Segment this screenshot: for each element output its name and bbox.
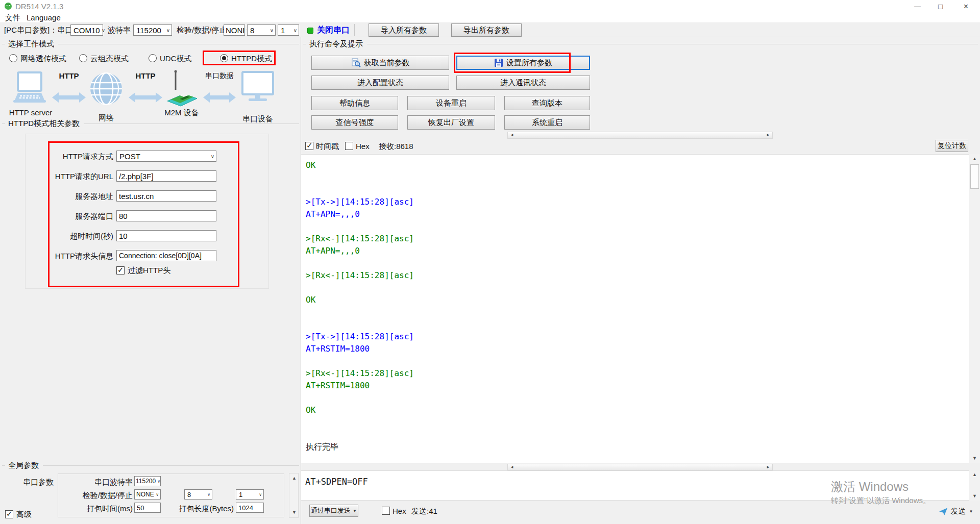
scroll-up-icon[interactable]: ▲ bbox=[972, 472, 977, 477]
help-button[interactable]: 帮助信息 bbox=[311, 96, 398, 110]
commands-section-header: 执行命令及提示 bbox=[303, 39, 978, 49]
log-output[interactable]: OK>[Tx->][14:15:28][asc]AT+APN=,,,0>[Rx<… bbox=[301, 154, 969, 463]
hex-send-label[interactable]: Hex bbox=[393, 507, 406, 515]
export-params-label: 导出所有参数 bbox=[463, 26, 509, 35]
send-button[interactable]: 发送 ▼ bbox=[933, 504, 979, 518]
http-url-label: HTTP请求的URL bbox=[37, 172, 113, 182]
server-address-field[interactable] bbox=[116, 190, 216, 202]
close-button[interactable]: × bbox=[952, 0, 980, 13]
chevron-down-icon: ∨ bbox=[156, 479, 160, 484]
get-params-button[interactable]: 获取当前参数 bbox=[311, 56, 449, 70]
httpd-section-title: HTTPD模式相关参数 bbox=[8, 119, 80, 129]
radio-mode-httpd[interactable] bbox=[220, 54, 228, 62]
send-area-scrollbar[interactable]: ▲ ▼ bbox=[969, 470, 980, 501]
scroll-left-icon[interactable]: ◄ bbox=[510, 465, 514, 469]
enter-comm-button[interactable]: 进入通讯状态 bbox=[456, 76, 590, 90]
pack-time-field[interactable] bbox=[134, 503, 161, 513]
radio-mode-httpd-label[interactable]: HTTPD模式 bbox=[231, 54, 272, 64]
http-method-combobox[interactable]: POST ∨ bbox=[116, 151, 216, 162]
scroll-up-icon[interactable]: ▲ bbox=[292, 476, 297, 481]
log-horizontal-scrollbar-top[interactable]: ◄ ► bbox=[507, 132, 773, 139]
log-vertical-scrollbar[interactable]: ▲ ▼ bbox=[969, 154, 980, 463]
chevron-down-icon: ∨ bbox=[209, 154, 214, 159]
radio-mode-udc-label[interactable]: UDC模式 bbox=[160, 54, 192, 64]
dropdown-arrow-icon: ▼ bbox=[353, 509, 357, 513]
timeout-field[interactable] bbox=[116, 230, 216, 241]
filter-http-header-label[interactable]: 过滤HTTP头 bbox=[128, 266, 170, 276]
query-signal-button[interactable]: 查信号强度 bbox=[311, 115, 398, 130]
enter-config-button[interactable]: 进入配置状态 bbox=[311, 76, 449, 90]
serial-baud-combobox[interactable]: 115200 ∨ bbox=[134, 476, 161, 486]
maximize-button[interactable]: □ bbox=[929, 0, 952, 13]
chevron-down-icon: ∨ bbox=[257, 492, 262, 497]
filter-http-header-checkbox[interactable] bbox=[116, 266, 125, 275]
serial-stopbits-combobox[interactable]: 1 ∨ bbox=[236, 489, 264, 500]
databits-value: 8 bbox=[250, 26, 254, 35]
export-params-button[interactable]: 导出所有参数 bbox=[451, 23, 522, 37]
hex-display-label[interactable]: Hex bbox=[356, 142, 370, 151]
chevron-down-icon: ∨ bbox=[154, 492, 159, 497]
parity-value: NONI bbox=[226, 26, 245, 35]
baud-combobox[interactable]: 115200 ∨ bbox=[133, 24, 172, 36]
advanced-checkbox[interactable] bbox=[5, 510, 13, 518]
reboot-device-button[interactable]: 设备重启 bbox=[407, 96, 495, 110]
parity-combobox[interactable]: NONI ∨ bbox=[224, 24, 245, 36]
search-doc-icon bbox=[351, 58, 361, 68]
scroll-right-icon[interactable]: ► bbox=[766, 133, 770, 137]
scroll-right-icon[interactable]: ► bbox=[766, 465, 770, 469]
scroll-down-icon[interactable]: ▼ bbox=[972, 456, 977, 461]
chevron-down-icon: ∨ bbox=[292, 28, 297, 33]
global-params-scrollbar[interactable]: ▲ ▼ bbox=[289, 473, 299, 518]
close-port-button[interactable]: 关闭串口 bbox=[307, 25, 350, 36]
scroll-down-icon[interactable]: ▼ bbox=[292, 510, 297, 515]
http-header-field[interactable] bbox=[116, 250, 216, 261]
scroll-down-icon[interactable]: ▼ bbox=[972, 494, 977, 498]
radio-mode-transparent-label[interactable]: 网络透传模式 bbox=[20, 54, 66, 64]
set-params-button[interactable]: 设置所有参数 bbox=[456, 56, 590, 70]
set-params-label: 设置所有参数 bbox=[506, 58, 552, 68]
log-line bbox=[306, 319, 969, 332]
log-horizontal-scrollbar-bottom[interactable]: ◄ ► bbox=[507, 464, 773, 470]
factory-reset-button[interactable]: 恢复出厂设置 bbox=[407, 115, 495, 130]
scrollbar-thumb[interactable] bbox=[970, 164, 979, 189]
log-line bbox=[306, 221, 969, 234]
import-params-button[interactable]: 导入所有参数 bbox=[369, 23, 439, 37]
serial-parity-label: 检验/数据/停止 bbox=[69, 491, 133, 501]
reset-count-button[interactable]: 复位计数 bbox=[936, 140, 968, 152]
timestamp-label[interactable]: 时间戳 bbox=[316, 142, 339, 152]
databits-combobox[interactable]: 8 ∨ bbox=[247, 24, 276, 36]
diagram-m2m-label: M2M 设备 bbox=[156, 108, 207, 118]
log-line: >[Tx->][14:15:28][asc] bbox=[306, 197, 969, 209]
double-arrow-icon bbox=[129, 92, 162, 105]
advanced-label[interactable]: 高级 bbox=[16, 510, 32, 519]
timestamp-checkbox[interactable] bbox=[305, 142, 313, 150]
server-port-field[interactable] bbox=[116, 210, 216, 221]
minimize-button[interactable]: — bbox=[906, 0, 929, 13]
diagram-serial-data-label: 串口数据 bbox=[199, 71, 240, 81]
enter-config-label: 进入配置状态 bbox=[357, 78, 403, 88]
menu-file[interactable]: 文件 bbox=[5, 13, 20, 23]
scroll-up-icon[interactable]: ▲ bbox=[972, 157, 977, 161]
hex-send-checkbox[interactable] bbox=[382, 507, 390, 515]
radio-mode-udc[interactable] bbox=[149, 54, 157, 62]
reset-count-label: 复位计数 bbox=[938, 141, 966, 151]
import-params-label: 导入所有参数 bbox=[381, 26, 427, 35]
query-version-button[interactable]: 查询版本 bbox=[504, 96, 590, 110]
stopbits-combobox[interactable]: 1 ∨ bbox=[278, 24, 299, 36]
http-url-field[interactable] bbox=[116, 170, 216, 182]
pack-len-field[interactable] bbox=[236, 503, 264, 513]
diagram-http-label-1: HTTP bbox=[52, 71, 86, 80]
system-reboot-button[interactable]: 系统重启 bbox=[504, 115, 590, 130]
serial-databits-combobox[interactable]: 8 ∨ bbox=[184, 489, 212, 500]
radio-mode-cloud[interactable] bbox=[79, 54, 87, 62]
send-via-serial-button[interactable]: 通过串口发送 ▼ bbox=[309, 505, 358, 517]
com-port-combobox[interactable]: COM10 ∨ bbox=[70, 24, 103, 36]
hex-display-checkbox[interactable] bbox=[345, 142, 353, 150]
menu-language[interactable]: Language bbox=[27, 13, 61, 22]
radio-mode-cloud-label[interactable]: 云组态模式 bbox=[90, 54, 129, 64]
serial-parity-combobox[interactable]: NONE ∨ bbox=[134, 489, 161, 500]
serial-stopbits-value: 1 bbox=[239, 491, 242, 498]
send-text-area[interactable]: AT+SDPEN=OFF bbox=[301, 470, 969, 501]
radio-mode-transparent[interactable] bbox=[9, 54, 17, 62]
scroll-left-icon[interactable]: ◄ bbox=[510, 133, 514, 137]
